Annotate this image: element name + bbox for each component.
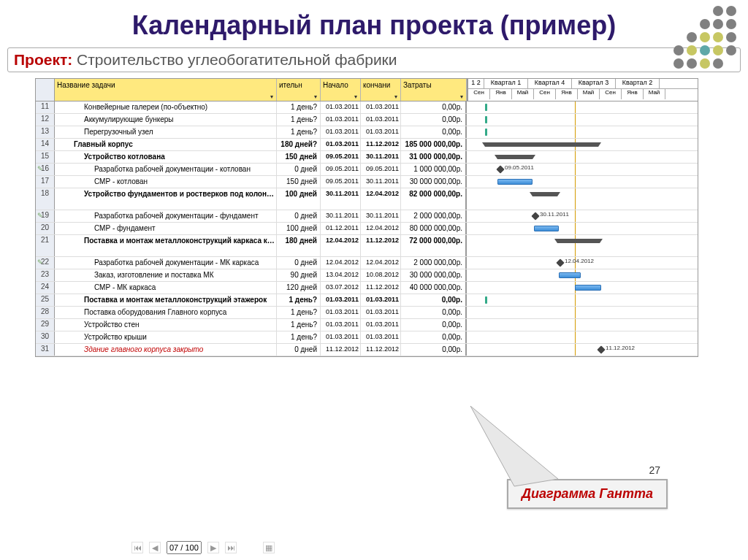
row-index: ✎19 [36, 210, 55, 222]
gantt-bar[interactable] [559, 272, 581, 278]
table-row[interactable]: 25Поставка и монтаж металлоконструкций э… [36, 294, 698, 307]
gantt-bar[interactable] [497, 155, 533, 159]
statusbar: ⏮ ◀ ▶ ⏭ ▦ [131, 541, 275, 554]
task-name: Устройство фундаментов и ростверков под … [55, 188, 277, 210]
gantt-cell [467, 223, 698, 234]
gantt-cell [467, 101, 698, 113]
duration: 150 дней [277, 176, 321, 188]
start-date: 12.04.2012 [321, 257, 361, 269]
table-row[interactable]: ✎22Разработка рабочей документации - МК … [36, 257, 698, 269]
gantt-bar[interactable] [534, 226, 559, 231]
gantt-bar[interactable] [496, 166, 504, 174]
cost: 30 000 000,00р. [401, 269, 467, 281]
page-number: 27 [649, 464, 660, 476]
cost: 0,00р. [401, 307, 467, 318]
end-date: 01.03.2011 [361, 126, 401, 138]
start-date: 01.03.2011 [321, 139, 361, 150]
col-cost[interactable]: Затраты ▾ [401, 79, 467, 101]
col-task[interactable]: Название задачи ▾ [55, 79, 277, 101]
task-name: Устройство крыши [55, 331, 277, 343]
table-row[interactable]: 18Устройство фундаментов и ростверков по… [36, 188, 698, 210]
gantt-bar[interactable] [497, 179, 533, 185]
task-rows: 11Конвейерные галереи (по-объектно)1 ден… [35, 101, 698, 357]
table-row[interactable]: 24СМР - МК каркаса120 дней03.07.201211.1… [36, 282, 698, 294]
start-date: 13.04.2012 [321, 269, 361, 281]
table-row[interactable]: 12Аккумулирующие бункеры1 день?01.03.201… [36, 114, 698, 126]
gantt-bar[interactable] [485, 104, 487, 111]
table-row[interactable]: 30Устройство крыши1 день?01.03.201101.03… [36, 331, 698, 344]
task-name: Поставка и монтаж металлоконструкций кар… [55, 235, 277, 256]
gantt-bar[interactable] [533, 192, 557, 196]
gantt-label: 09.05.2011 [505, 164, 534, 171]
note-icon: ✎ [37, 258, 43, 266]
view-icon[interactable]: ▦ [263, 542, 275, 553]
row-index: 25 [36, 294, 55, 306]
dropdown-icon[interactable]: ▾ [393, 93, 399, 99]
table-row[interactable]: 29Устройство стен1 день?01.03.201101.03.… [36, 319, 698, 331]
duration: 1 день? [277, 114, 321, 126]
start-date: 01.03.2011 [321, 307, 361, 318]
gantt-bar[interactable] [485, 129, 487, 136]
cost: 0,00р. [401, 114, 467, 126]
row-index: 23 [36, 269, 55, 281]
table-row[interactable]: 21Поставка и монтаж металлоконструкций к… [36, 235, 698, 257]
table-row[interactable]: 28Поставка оборудования Главного корпуса… [36, 307, 698, 319]
gantt-bar[interactable] [485, 142, 598, 147]
dropdown-icon[interactable]: ▾ [353, 93, 359, 99]
gantt-label: 30.11.2011 [540, 211, 569, 218]
dropdown-icon[interactable]: ▾ [313, 93, 318, 99]
table-row[interactable]: 23Заказ, изготовление и поставка МК90 дн… [36, 269, 698, 282]
table-row[interactable]: 15Устройство котлована150 дней09.05.2011… [36, 151, 698, 164]
row-index: 24 [36, 282, 55, 294]
row-index: 28 [36, 307, 55, 318]
gantt-app: Название задачи ▾ ительн ▾ Начало ▾ конч… [35, 78, 698, 357]
gantt-bar[interactable] [575, 285, 601, 291]
callout: Диаграмма Гантта [507, 479, 668, 509]
gantt-bar[interactable] [531, 212, 539, 220]
col-start[interactable]: Начало ▾ [321, 79, 361, 101]
prev-page-button[interactable]: ◀ [149, 542, 161, 553]
col-duration[interactable]: ительн ▾ [277, 79, 321, 101]
table-row[interactable]: 13Перегрузочный узел1 день?01.03.201101.… [36, 126, 698, 139]
col-end[interactable]: кончани ▾ [361, 79, 401, 101]
end-date: 11.12.2012 [361, 139, 401, 150]
gantt-bar[interactable] [557, 239, 600, 243]
dropdown-icon[interactable]: ▾ [269, 93, 275, 99]
table-row[interactable]: 31Здание главного корпуса закрыто0 дней1… [36, 344, 698, 356]
end-date: 30.11.2011 [361, 210, 401, 222]
row-index: ✎16 [36, 164, 55, 175]
start-date: 30.11.2011 [321, 188, 361, 210]
cost: 0,00р. [401, 126, 467, 138]
table-row[interactable]: ✎19Разработка рабочей документации - фун… [36, 210, 698, 223]
end-date: 11.12.2012 [361, 235, 401, 256]
gantt-bar[interactable] [485, 296, 487, 304]
table-row[interactable]: 20СМР - фундамент100 дней01.12.201112.04… [36, 223, 698, 235]
task-name: Устройство котлована [55, 151, 277, 163]
page-input[interactable] [167, 541, 202, 554]
table-row[interactable]: 17СМР - котлован150 дней09.05.201130.11.… [36, 176, 698, 188]
end-date: 01.03.2011 [361, 101, 401, 113]
table-row[interactable]: 14Главный корпус180 дней?01.03.201111.12… [36, 139, 698, 151]
duration: 1 день? [277, 101, 321, 113]
table-row[interactable]: ✎16Разработка рабочей документации - кот… [36, 164, 698, 176]
note-icon: ✎ [37, 165, 43, 172]
next-page-button[interactable]: ▶ [207, 542, 219, 553]
gantt-bar[interactable] [556, 259, 564, 267]
table-row[interactable]: 11Конвейерные галереи (по-объектно)1 ден… [36, 101, 698, 114]
duration: 100 дней [277, 223, 321, 234]
duration: 1 день? [277, 294, 321, 306]
dropdown-icon[interactable]: ▾ [459, 93, 465, 99]
start-date: 01.03.2011 [321, 114, 361, 126]
first-page-button[interactable]: ⏮ [131, 542, 143, 553]
end-date: 01.03.2011 [361, 307, 401, 318]
end-date: 11.12.2012 [361, 344, 401, 356]
gantt-bar[interactable] [485, 116, 487, 123]
end-date: 12.04.2012 [361, 257, 401, 269]
cost: 185 000 000,00р. [401, 139, 467, 150]
cost: 72 000 000,00р. [401, 235, 467, 256]
task-name: Устройство стен [55, 319, 277, 331]
duration: 120 дней [277, 282, 321, 294]
gantt-cell: 11.12.2012 [467, 344, 698, 356]
last-page-button[interactable]: ⏭ [225, 542, 237, 553]
gantt-bar[interactable] [597, 346, 605, 354]
